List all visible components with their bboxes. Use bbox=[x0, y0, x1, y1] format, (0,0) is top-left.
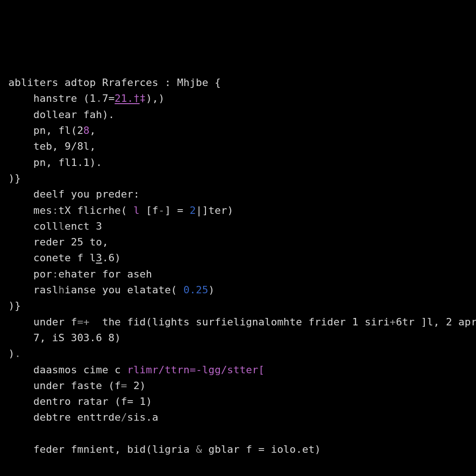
code-token: teb, 9/8l, bbox=[33, 140, 96, 152]
code-token: ) bbox=[8, 348, 14, 359]
code-token: / bbox=[121, 411, 127, 423]
code-token: )} bbox=[8, 172, 21, 184]
code-line[interactable] bbox=[8, 457, 468, 473]
code-token: enct 3 bbox=[65, 220, 102, 232]
code-token: ) bbox=[208, 284, 214, 296]
code-token: ] = bbox=[165, 205, 190, 216]
code-token: gblar f = iolo.et) bbox=[202, 443, 321, 455]
code-line[interactable]: colllenct 3 bbox=[8, 218, 468, 234]
indent bbox=[8, 236, 33, 248]
indent bbox=[8, 411, 33, 423]
code-token: ehater for aseh bbox=[59, 268, 152, 280]
code-token: conete f l bbox=[33, 252, 96, 264]
indent bbox=[8, 364, 33, 376]
code-token: under faste (f bbox=[33, 380, 121, 391]
code-token: , bbox=[90, 125, 96, 136]
indent bbox=[8, 380, 33, 391]
code-token: : bbox=[52, 205, 58, 216]
code-line[interactable]: reder 25 to, bbox=[8, 234, 468, 250]
code-token: daasmos cime c bbox=[33, 364, 127, 376]
code-token: dollear fah). bbox=[33, 109, 115, 120]
indent bbox=[8, 140, 33, 152]
code-line[interactable]: ). bbox=[8, 346, 468, 362]
code-line[interactable]: )} bbox=[8, 298, 468, 314]
code-line[interactable]: dentro ratar (f= 1) bbox=[8, 394, 468, 410]
code-token: l bbox=[133, 205, 139, 216]
code-line[interactable]: dollear fah). bbox=[8, 107, 468, 123]
indent bbox=[8, 284, 33, 296]
code-line[interactable]: feder fmnient, bid(ligria & gblar f = io… bbox=[8, 442, 468, 457]
code-line[interactable]: por:ehater for aseh bbox=[8, 266, 468, 282]
code-line[interactable]: debtre enttrde/sis.a bbox=[8, 410, 468, 425]
code-line[interactable]: mes:tX flicrhe( l [f-] = 2|]ter) bbox=[8, 203, 468, 218]
code-token: & bbox=[196, 443, 202, 455]
code-token: feder fmnient, bid(ligria bbox=[33, 443, 196, 455]
indent bbox=[8, 332, 33, 344]
indent bbox=[8, 157, 33, 168]
code-line[interactable]: deelf you preder: bbox=[8, 186, 468, 202]
code-token: por bbox=[33, 268, 52, 280]
code-line[interactable] bbox=[8, 426, 468, 442]
code-line[interactable]: )} bbox=[8, 171, 468, 186]
code-line[interactable]: under faste (f= 2) bbox=[8, 378, 468, 394]
code-token: pn, fl1.1). bbox=[33, 157, 102, 168]
code-token: rlimr/ttrn=-lgg/stter[ bbox=[127, 364, 264, 376]
code-token: . bbox=[96, 93, 102, 104]
code-token: tX flicrhe( bbox=[59, 205, 133, 216]
code-token: - bbox=[159, 205, 165, 216]
code-token: reder 25 to, bbox=[33, 236, 108, 248]
code-token: under f bbox=[33, 316, 77, 328]
code-editor-viewport[interactable]: abliters adtop Rraferces : Mhjbe { hanst… bbox=[8, 75, 468, 476]
code-token: + bbox=[390, 316, 396, 328]
code-token: the fid(lights surfielignalomhte frider … bbox=[90, 316, 390, 328]
code-line[interactable]: abliters adtop Rraferces : Mhjbe { bbox=[8, 75, 468, 91]
indent bbox=[8, 396, 33, 407]
code-token: = bbox=[121, 380, 127, 391]
code-token: hanstre (1 bbox=[33, 93, 96, 104]
code-line[interactable]: pn, fl(28, bbox=[8, 123, 468, 139]
code-line[interactable]: under f=+ the fid(lights surfielignalomh… bbox=[8, 314, 468, 330]
code-line[interactable]: hanstre (1.7=21.†‡),) bbox=[8, 91, 468, 106]
code-line[interactable]: daasmos cime c rlimr/ttrn=-lgg/stter[ bbox=[8, 362, 468, 378]
code-token: ),) bbox=[146, 93, 165, 104]
code-token: ‡ bbox=[139, 93, 145, 104]
indent bbox=[8, 252, 33, 264]
indent bbox=[8, 268, 33, 280]
indent bbox=[8, 188, 33, 200]
code-token: .6) bbox=[102, 252, 121, 264]
code-token: 7, iS 303.6 8) bbox=[33, 332, 121, 344]
code-line[interactable]: raslhianse you elatate( 0.25) bbox=[8, 282, 468, 298]
code-token: . bbox=[14, 348, 20, 359]
code-token: sis.a bbox=[127, 411, 158, 423]
indent bbox=[8, 316, 33, 328]
code-line[interactable]: teb, 9/8l, bbox=[8, 139, 468, 154]
code-token: abliters adtop Rraferces : Mhjbe { bbox=[8, 77, 221, 88]
code-token: rasl bbox=[33, 284, 59, 296]
code-token: debtre enttrde bbox=[33, 411, 121, 423]
code-token: 2 bbox=[190, 205, 196, 216]
code-token: h bbox=[59, 284, 65, 296]
code-token: 3 bbox=[96, 252, 102, 264]
code-line[interactable]: pn, fl1.1). bbox=[8, 155, 468, 171]
code-token: : bbox=[52, 268, 58, 280]
code-token: 0.25 bbox=[183, 284, 208, 296]
code-token: ianse you elatate( bbox=[65, 284, 183, 296]
code-line[interactable]: 7, iS 303.6 8) bbox=[8, 330, 468, 346]
indent bbox=[8, 125, 33, 136]
code-token bbox=[8, 459, 14, 471]
code-token: 6tr ]l, 2 apr). bbox=[396, 316, 476, 328]
indent bbox=[8, 220, 33, 232]
code-token: 21.† bbox=[115, 93, 140, 104]
code-line[interactable]: under fmnient, sid(ligral ganters f = no… bbox=[8, 474, 468, 476]
code-token bbox=[8, 428, 14, 439]
code-line[interactable]: conete f l3.6) bbox=[8, 250, 468, 266]
indent bbox=[8, 93, 33, 104]
indent bbox=[8, 443, 33, 455]
indent bbox=[8, 109, 33, 120]
indent bbox=[8, 205, 33, 216]
code-token: deelf you preder: bbox=[33, 188, 140, 200]
code-token: =+ bbox=[77, 316, 90, 328]
code-token: 2) bbox=[127, 380, 145, 391]
code-token: 7= bbox=[102, 93, 115, 104]
code-token: [f bbox=[139, 205, 158, 216]
